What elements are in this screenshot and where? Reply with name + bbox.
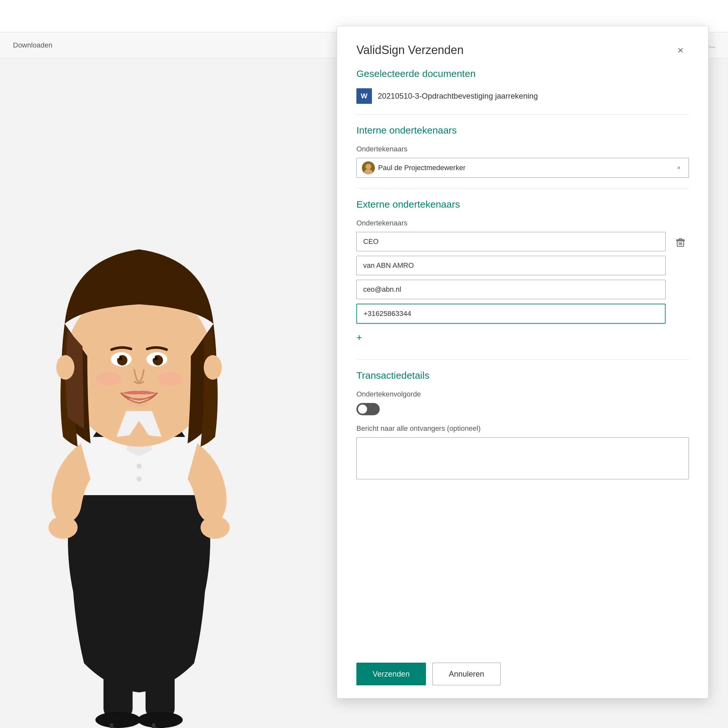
- svg-point-23: [56, 355, 74, 380]
- signer-company-input[interactable]: [356, 256, 665, 275]
- svg-rect-6: [152, 723, 155, 728]
- signer-avatar: [362, 161, 375, 174]
- svg-point-9: [49, 516, 78, 539]
- message-label: Bericht naar alle ontvangers (optioneel): [356, 424, 689, 433]
- svg-rect-2: [145, 654, 174, 718]
- svg-point-20: [152, 356, 155, 358]
- svg-point-10: [200, 516, 229, 539]
- section-external-title: Externe ondertekenaars: [356, 199, 689, 210]
- section-internal-signers: Interne ondertekenaars Ondertekenaars Pa…: [356, 125, 689, 178]
- toolbar-download: Downloaden: [13, 41, 52, 49]
- svg-rect-31: [679, 239, 682, 240]
- section-documents: Geselecteerde documenten W 20210510-3-Op…: [356, 68, 689, 104]
- cancel-button[interactable]: Annuleren: [433, 663, 501, 685]
- toggle-row: [356, 403, 689, 415]
- svg-point-19: [117, 356, 119, 358]
- section-transaction-title: Transactiedetails: [356, 370, 689, 381]
- message-textarea[interactable]: [356, 437, 689, 479]
- remove-signer-button[interactable]: ×: [674, 163, 684, 172]
- avatar-container: [0, 49, 291, 728]
- section-external-signers: Externe ondertekenaars Ondertekenaars: [356, 199, 689, 349]
- dialog-title: ValidSign Verzenden: [356, 43, 464, 57]
- svg-point-22: [157, 372, 183, 386]
- signer-email-input[interactable]: [356, 280, 665, 299]
- internal-signer-chip: Paul de Projectmedewerker ×: [356, 158, 689, 178]
- svg-point-4: [138, 712, 183, 728]
- svg-point-27: [366, 164, 371, 170]
- dialog-content: Geselecteerde documenten W 20210510-3-Op…: [337, 65, 708, 653]
- svg-point-8: [136, 476, 142, 482]
- svg-point-3: [95, 712, 141, 728]
- word-icon: W: [356, 88, 372, 104]
- dialog-footer: Verzenden Annuleren: [337, 653, 708, 698]
- svg-point-21: [95, 372, 121, 386]
- divider-1: [356, 114, 689, 115]
- order-label: Ondertekenvolgorde: [356, 390, 689, 398]
- section-documents-title: Geselecteerde documenten: [356, 68, 689, 79]
- svg-point-24: [204, 355, 222, 380]
- svg-point-7: [136, 463, 142, 469]
- dialog-panel: ValidSign Verzenden × Geselecteerde docu…: [336, 26, 709, 699]
- toggle-knob: [358, 405, 367, 414]
- svg-rect-1: [104, 654, 133, 718]
- internal-field-label: Ondertekenaars: [356, 145, 689, 153]
- document-name: 20210510-3-Opdrachtbevestiging jaarreken…: [378, 92, 538, 101]
- external-signer-block: [356, 232, 689, 324]
- close-button[interactable]: ×: [672, 42, 689, 58]
- delete-signer-button[interactable]: [672, 234, 689, 251]
- section-internal-title: Interne ondertekenaars: [356, 125, 689, 136]
- external-field-label: Ondertekenaars: [356, 219, 689, 227]
- signer-phone-input[interactable]: [356, 304, 665, 324]
- svg-rect-5: [110, 723, 113, 728]
- svg-point-25: [128, 396, 150, 407]
- external-signer-fields: [356, 232, 665, 324]
- order-toggle[interactable]: [356, 403, 380, 415]
- signer-name-input[interactable]: [356, 232, 665, 251]
- send-button[interactable]: Verzenden: [356, 663, 426, 685]
- internal-signer-name: Paul de Projectmedewerker: [378, 164, 671, 172]
- section-transaction: Transactiedetails Ondertekenvolgorde Ber…: [356, 370, 689, 480]
- add-signer-button[interactable]: +: [356, 329, 362, 346]
- avatar-illustration: [6, 49, 272, 728]
- dialog-header: ValidSign Verzenden ×: [337, 26, 708, 65]
- document-row: W 20210510-3-Opdrachtbevestiging jaarrek…: [356, 88, 689, 104]
